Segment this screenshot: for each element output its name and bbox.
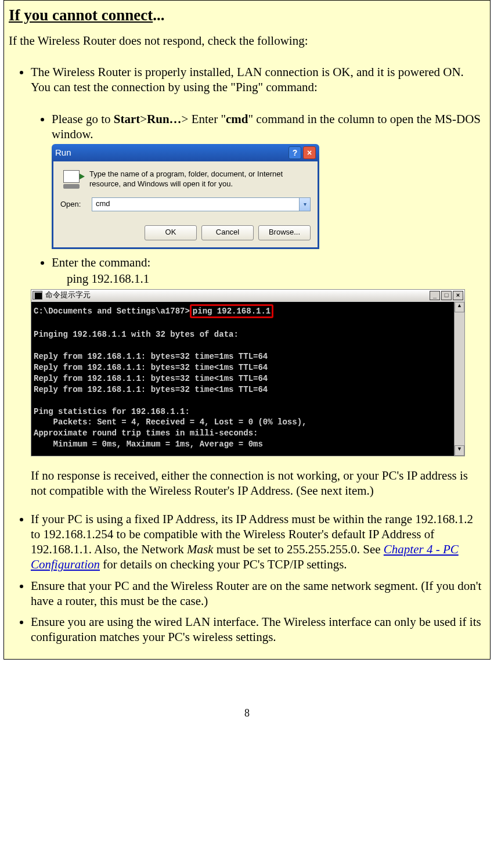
bullet-1-text: The Wireless Router is properly installe… xyxy=(31,65,464,94)
scrollbar[interactable]: ▲ ▼ xyxy=(454,302,464,456)
bullet-list: The Wireless Router is properly installe… xyxy=(9,64,485,645)
browse-button[interactable]: Browse... xyxy=(258,225,311,240)
maximize-button[interactable]: □ xyxy=(441,291,452,300)
run-title: Run xyxy=(55,147,71,159)
cancel-button[interactable]: Cancel xyxy=(201,225,254,240)
heading-underlined: If you cannot connect xyxy=(9,6,153,24)
bullet-1: The Wireless Router is properly installe… xyxy=(31,64,485,499)
sub-bullet-2: Enter the command: xyxy=(52,255,485,270)
cmd-console: C:\Documents and Settings\a1787>ping 192… xyxy=(31,302,454,456)
run-dialog: Run ? × xyxy=(52,144,319,249)
bullet-4: Ensure you are using the wired LAN inter… xyxy=(31,614,485,645)
cmd-window: 命令提示字元 _ □ × C:\Documents and Settings\a… xyxy=(31,289,465,457)
help-button[interactable]: ? xyxy=(289,146,301,159)
scroll-up-button[interactable]: ▲ xyxy=(455,302,464,312)
close-button[interactable]: × xyxy=(303,146,316,159)
open-combobox[interactable]: cmd ▾ xyxy=(92,197,311,211)
run-description: Type the name of a program, folder, docu… xyxy=(89,170,311,189)
scroll-down-button[interactable]: ▼ xyxy=(455,445,464,456)
cmd-titlebar: 命令提示字元 _ □ × xyxy=(31,290,464,302)
run-icon xyxy=(60,170,82,189)
page-title: If you cannot connect... xyxy=(9,6,485,24)
open-input[interactable]: cmd xyxy=(92,198,299,211)
close-button[interactable]: × xyxy=(453,291,463,300)
ok-button[interactable]: OK xyxy=(145,225,197,240)
enter-command-label: Enter the command: xyxy=(52,255,150,269)
heading-suffix: ... xyxy=(153,6,164,24)
cmd-icon xyxy=(33,291,42,300)
content-box: If you cannot connect... If the Wireless… xyxy=(3,0,491,660)
intro-text: If the Wireless Router does not respond,… xyxy=(9,34,485,48)
post-cmd-text: If no response is received, either the c… xyxy=(31,468,485,499)
run-titlebar: Run ? × xyxy=(52,144,319,161)
page-number: 8 xyxy=(3,707,491,719)
sublist: Please go to Start>Run…> Enter "cmd" com… xyxy=(31,111,485,271)
sub-bullet-1: Please go to Start>Run…> Enter "cmd" com… xyxy=(52,111,485,250)
chevron-down-icon[interactable]: ▾ xyxy=(299,198,310,211)
bullet-2: If your PC is using a fixed IP Address, … xyxy=(31,512,485,572)
open-label: Open: xyxy=(60,200,86,209)
minimize-button[interactable]: _ xyxy=(430,291,440,300)
bullet-3: Ensure that your PC and the Wireless Rou… xyxy=(31,578,485,609)
ping-command: ping 192.168.1.1 xyxy=(52,272,149,286)
cmd-title: 命令提示字元 xyxy=(45,290,91,300)
